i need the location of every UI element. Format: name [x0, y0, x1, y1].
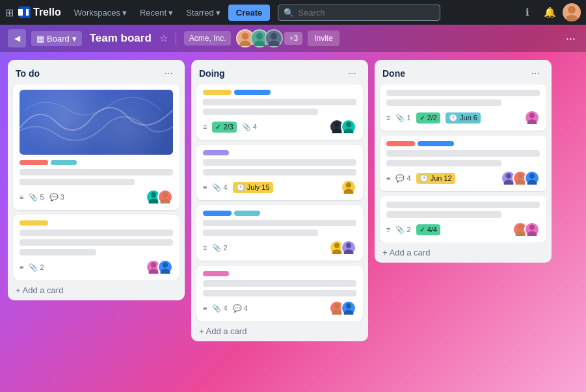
- badge-list: ≡: [203, 304, 207, 312]
- add-card-done[interactable]: + Add a card: [375, 242, 552, 263]
- add-card-todo[interactable]: + Add a card: [8, 280, 185, 300]
- card-doing-2[interactable]: ≡ 📎 4 🕐 July 15: [196, 145, 363, 200]
- card-done-2[interactable]: ≡ 💬 4 🕐 Jun 12: [380, 136, 546, 191]
- svg-point-31: [527, 120, 537, 125]
- card-avatar-2[interactable]: [157, 189, 173, 205]
- label-blue: [418, 141, 454, 146]
- sidebar-toggle-button[interactable]: ◀: [8, 29, 26, 47]
- badge-date: 🕐 July 15: [233, 182, 273, 193]
- svg-point-37: [527, 180, 537, 185]
- more-members-button[interactable]: +3: [284, 32, 302, 45]
- svg-point-1: [565, 15, 578, 21]
- star-button[interactable]: ☆: [159, 33, 168, 44]
- list-cards-done: ≡ 📎 1 ✓ 2/2 🕐 Jun 6: [375, 85, 552, 242]
- card-avatar-2[interactable]: [341, 119, 356, 135]
- list-title-doing: Doing: [199, 68, 225, 79]
- card-badges: ≡ 📎 4 💬 4: [203, 304, 248, 313]
- divider: [176, 32, 176, 45]
- badge-comment: 💬 4: [233, 304, 248, 313]
- workspace-tag-button[interactable]: Acme, Inc.: [184, 31, 232, 46]
- starred-menu[interactable]: Starred ▾: [181, 5, 226, 20]
- card-text-2: [386, 99, 501, 106]
- trello-logo[interactable]: Trello: [19, 7, 61, 18]
- svg-point-13: [149, 269, 159, 274]
- card-avatar-2[interactable]: [524, 222, 540, 237]
- card-labels: [203, 211, 356, 216]
- card-avatar-2[interactable]: [157, 259, 173, 275]
- list-menu-done[interactable]: ···: [527, 66, 544, 81]
- card-labels: [203, 150, 356, 155]
- board-view-button[interactable]: ▦ Board ▾: [31, 31, 82, 46]
- card-avatar-2[interactable]: [341, 300, 356, 316]
- card-footer: ≡ 📎 2: [203, 240, 356, 255]
- badge-list: ≡: [386, 174, 390, 182]
- board-more-button[interactable]: ···: [563, 29, 578, 48]
- badge-comment: 💬 4: [395, 174, 410, 183]
- badge-attach: 📎 4: [212, 304, 227, 313]
- chevron-down-icon: ▾: [216, 8, 220, 18]
- badge-list: ≡: [203, 183, 207, 191]
- card-done-1[interactable]: ≡ 📎 1 ✓ 2/2 🕐 Jun 6: [380, 85, 546, 131]
- card-members: [524, 110, 540, 125]
- workspaces-menu[interactable]: Workspaces ▾: [69, 5, 132, 20]
- list-menu-doing[interactable]: ···: [344, 66, 360, 81]
- card-text-2: [386, 211, 501, 218]
- badge-attach: 📎 4: [242, 123, 257, 131]
- badge-list: ≡: [20, 263, 23, 271]
- member-avatar-3[interactable]: [265, 29, 283, 47]
- card-doing-4[interactable]: ≡ 📎 4 💬 4: [196, 266, 363, 321]
- badge-attach: 📎 2: [395, 226, 410, 234]
- card-done-3[interactable]: ≡ 📎 2 ✓ 4/4: [380, 196, 546, 242]
- svg-point-40: [529, 225, 535, 230]
- svg-point-22: [334, 243, 340, 248]
- svg-point-25: [344, 250, 354, 255]
- list-menu-todo[interactable]: ···: [161, 66, 177, 81]
- label-purple: [203, 150, 229, 155]
- card-avatar-2[interactable]: [341, 240, 356, 255]
- badge-attach: 📎 2: [212, 244, 227, 252]
- grid-icon[interactable]: ⊞: [5, 7, 14, 19]
- badge-check: ✓ 4/4: [416, 224, 440, 235]
- label-pink: [20, 160, 48, 165]
- card-text-2: [203, 290, 356, 296]
- search-bar[interactable]: 🔍: [278, 5, 440, 21]
- svg-point-32: [506, 174, 511, 179]
- svg-point-34: [518, 174, 523, 179]
- info-button[interactable]: ℹ: [518, 3, 537, 21]
- list-todo: To do ···: [8, 60, 185, 300]
- create-button[interactable]: Create: [228, 5, 270, 21]
- board-title: Team board: [90, 32, 152, 45]
- card-todo-2[interactable]: ≡ 📎 2: [13, 215, 180, 280]
- search-input[interactable]: [298, 8, 434, 18]
- card-avatar-3[interactable]: [524, 170, 540, 186]
- svg-point-18: [346, 122, 351, 127]
- card-doing-1[interactable]: ≡ ✓ 2/3 📎 4: [196, 85, 363, 140]
- card-cover: [20, 90, 173, 155]
- card-avatar-1[interactable]: [341, 179, 356, 195]
- card-avatar-1[interactable]: [524, 110, 540, 125]
- nav-right-actions: ℹ 🔔: [518, 3, 581, 21]
- card-todo-1[interactable]: ≡ 📎 5 💬 3: [13, 85, 180, 210]
- recent-menu[interactable]: Recent ▾: [135, 5, 178, 20]
- invite-button[interactable]: Invite: [308, 31, 340, 46]
- card-footer: ≡ 💬 4 🕐 Jun 12: [386, 170, 540, 186]
- badge-date: 🕐 Jun 6: [446, 112, 481, 124]
- card-doing-3[interactable]: ≡ 📎 2: [196, 205, 363, 261]
- card-labels: [203, 90, 356, 95]
- list-cards-doing: ≡ ✓ 2/3 📎 4: [191, 85, 368, 321]
- top-navigation: ⊞ Trello Workspaces ▾ Recent ▾ Starred ▾…: [0, 0, 586, 25]
- search-icon: 🔍: [284, 8, 294, 18]
- notifications-button[interactable]: 🔔: [540, 3, 559, 21]
- list-doing: Doing ··· ≡ ✓ 2/3 📎 4: [191, 60, 368, 341]
- user-avatar[interactable]: [563, 3, 581, 21]
- chevron-down-icon: ▾: [122, 8, 127, 18]
- svg-point-23: [332, 250, 342, 255]
- add-card-doing[interactable]: + Add a card: [191, 321, 368, 341]
- badge-attach: 📎 4: [212, 183, 227, 192]
- card-badges: ≡ 📎 4 🕐 July 15: [203, 182, 273, 193]
- board-content: To do ···: [0, 52, 586, 392]
- badge-attach: 📎 5: [29, 193, 44, 202]
- svg-point-15: [161, 269, 170, 274]
- badge-list: ≡: [386, 114, 390, 122]
- card-footer: ≡ 📎 4 🕐 July 15: [203, 179, 356, 195]
